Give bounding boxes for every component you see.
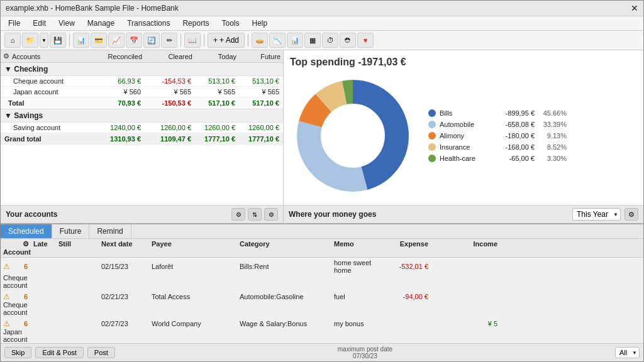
menu-view[interactable]: View — [56, 18, 77, 29]
close-button[interactable]: ✕ — [631, 3, 638, 13]
col-payee: Payee — [152, 240, 240, 248]
toolbar-open[interactable]: 📁 — [22, 33, 38, 48]
sched-row[interactable]: ⚠ 6 02/27/23 World Company Wage & Salary… — [1, 318, 643, 343]
col-expense: Expense — [384, 240, 428, 248]
savings-header[interactable]: ▼ Savings — [1, 109, 283, 123]
legend-dot-auto — [428, 121, 436, 128]
menu-reports[interactable]: Reports — [180, 18, 211, 29]
reconciled-val: ¥ 560 — [84, 88, 141, 96]
table-row[interactable]: Saving account 1240,00 € 1260,00 € 1260,… — [1, 123, 283, 133]
future-val: 513,10 € — [235, 77, 279, 85]
toolbar-dropdown[interactable]: ▼ — [40, 33, 48, 48]
menu-tools[interactable]: Tools — [219, 18, 242, 29]
account-val: Cheque account — [3, 301, 18, 316]
warn-icon: ⚠ — [3, 319, 18, 328]
year-select[interactable]: This Year — [572, 208, 621, 221]
main-window: example.xhb - HomeBank Sample File - Hom… — [0, 0, 644, 362]
scheduled-footer: Skip Edit & Post Post maximum post date … — [1, 343, 643, 361]
toolbar-stats[interactable]: 📈 — [108, 33, 125, 48]
legend-dot-insurance — [428, 143, 436, 151]
toolbar-accounts[interactable]: 📊 — [73, 33, 89, 48]
post-button[interactable]: Post — [87, 347, 115, 358]
col-memo: Memo — [334, 240, 384, 248]
menu-edit[interactable]: Edit — [30, 18, 48, 29]
legend-pct-health: 3.30% — [538, 155, 567, 162]
table-row[interactable]: Cheque account 66,93 € -154,53 € 513,10 … — [1, 76, 283, 87]
today-val: 1260,00 € — [191, 124, 235, 131]
menu-help[interactable]: Help — [250, 18, 270, 29]
menu-manage[interactable]: Manage — [85, 18, 117, 29]
menu-file[interactable]: File — [6, 18, 23, 29]
cleared-val: 1260,00 € — [141, 124, 191, 131]
toolbar-pie[interactable]: 🥧 — [252, 33, 268, 48]
filter-icon[interactable]: ⚙ — [231, 208, 245, 221]
toolbar-help-icon[interactable]: ⛑ — [340, 33, 356, 48]
reconciled-val: 66,93 € — [84, 77, 141, 85]
chart-settings-button[interactable]: ⚙ — [625, 208, 638, 221]
account-name: Japan account — [13, 88, 84, 96]
cleared-val: -154,53 € — [141, 77, 191, 85]
toolbar-chart3[interactable]: ▦ — [304, 33, 321, 48]
toolbar-edit[interactable]: ✏ — [161, 33, 177, 48]
col-reconciled: Reconciled — [86, 53, 142, 60]
toolbar-transactions[interactable]: 💳 — [91, 33, 107, 48]
chart-area: Top spending -1971,03 € — [284, 50, 643, 205]
toolbar-clock[interactable]: ⏱ — [322, 33, 338, 48]
toolbar-save[interactable]: 💾 — [50, 33, 66, 48]
legend-item-auto: Automobile -658,08 € 33.39% — [428, 121, 567, 128]
table-row[interactable]: Japan account ¥ 560 ¥ 565 ¥ 565 ¥ 565 — [1, 87, 283, 97]
grand-total-row: Grand total 1310,93 € 1109,47 € 1777,10 … — [1, 133, 283, 145]
window-title: example.xhb - HomeBank Sample File - Hom… — [6, 4, 179, 13]
expense-val: -532,01 € — [384, 263, 428, 270]
skip-button[interactable]: Skip — [4, 347, 31, 358]
expense-val: -94,00 € — [384, 293, 428, 300]
legend-item-insurance: Insurance -168,00 € 8.52% — [428, 143, 567, 151]
toolbar-heart[interactable]: ♥ — [357, 33, 374, 48]
legend-value-health: -65,00 € — [494, 155, 535, 162]
tab-scheduled[interactable]: Scheduled — [1, 224, 52, 238]
sched-row[interactable]: ⚠ 6 02/21/23 Total Access Automobile:Gas… — [1, 291, 643, 318]
year-select-wrapper: This Year — [572, 208, 621, 221]
checking-header[interactable]: ▼ Checking — [1, 63, 283, 76]
your-accounts-label: Your accounts — [6, 210, 57, 219]
checking-group: ▼ Checking Cheque account 66,93 € -154,5… — [1, 63, 283, 109]
max-date-info: maximum post date 07/30/23 — [119, 346, 611, 359]
nextdate-val: 02/15/23 — [101, 263, 152, 270]
col-income: Income — [428, 240, 497, 248]
legend-dot-health — [428, 155, 436, 162]
separator-3 — [204, 34, 204, 47]
category-val: Wage & Salary:Bonus — [240, 320, 334, 327]
memo-val: fuel — [334, 293, 384, 300]
tab-remind[interactable]: Remind — [89, 224, 131, 238]
edit-post-button[interactable]: Edit & Post — [35, 347, 83, 358]
col-gear: ⚙ — [18, 240, 33, 248]
toolbar-calendar[interactable]: 📅 — [126, 33, 142, 48]
legend-value-alimony: -180,00 € — [494, 132, 535, 140]
all-select[interactable]: All — [615, 347, 640, 358]
col-still: Still — [58, 240, 101, 248]
warn-icon: ⚠ — [3, 292, 18, 301]
legend-pct-alimony: 9.13% — [538, 132, 567, 140]
total-future: 517,10 € — [235, 99, 279, 107]
warn-icon: ⚠ — [3, 262, 18, 271]
toolbar-scheduled[interactable]: 🔄 — [143, 33, 160, 48]
toolbar-chart1[interactable]: 📉 — [269, 33, 286, 48]
svg-point-5 — [324, 107, 382, 165]
legend-dot-alimony — [428, 132, 436, 140]
tab-future[interactable]: Future — [52, 224, 90, 238]
add-button[interactable]: + + Add — [208, 33, 245, 48]
settings-icon[interactable]: ⚙ — [264, 208, 278, 221]
sort-icon[interactable]: ⇅ — [248, 208, 262, 221]
sched-row[interactable]: ⚠ 6 02/15/23 Laforêt Bills:Rent home swe… — [1, 258, 643, 291]
grand-reconciled: 1310,93 € — [84, 135, 141, 143]
toolbar-book[interactable]: 📖 — [184, 33, 201, 48]
menu-transactions[interactable]: Transactions — [125, 18, 172, 29]
toolbar-chart2[interactable]: 📊 — [287, 33, 303, 48]
chart-legend: Bills -899,95 € 45.66% Automobile -658,0… — [428, 109, 567, 162]
grand-future: 1777,10 € — [235, 135, 279, 143]
grand-total-label: Grand total — [4, 135, 84, 143]
memo-val: my bonus — [334, 320, 384, 327]
account-name: Cheque account — [13, 77, 84, 85]
toolbar-home[interactable]: ⌂ — [4, 33, 21, 48]
today-val: ¥ 565 — [191, 88, 235, 96]
